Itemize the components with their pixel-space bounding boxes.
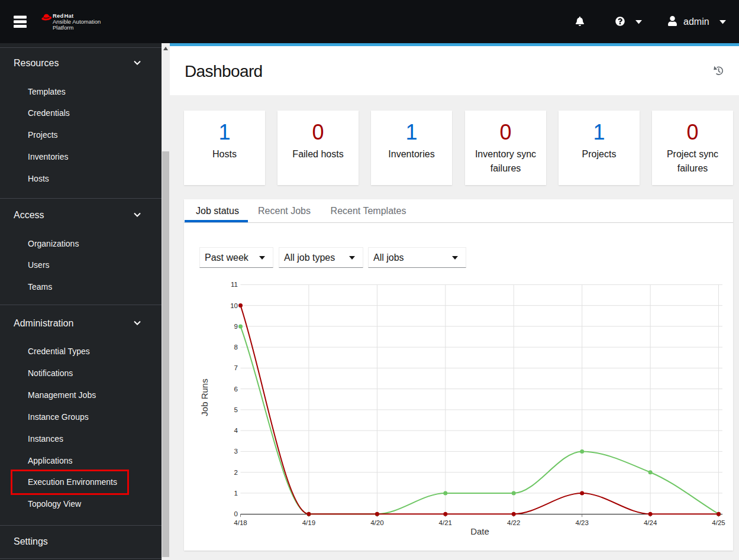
svg-text:10: 10	[230, 302, 238, 309]
svg-text:11: 11	[231, 281, 238, 288]
svg-text:4/21: 4/21	[439, 519, 452, 526]
svg-text:4: 4	[234, 427, 238, 434]
svg-text:1: 1	[234, 490, 238, 497]
svg-text:7: 7	[234, 364, 238, 371]
svg-text:4/19: 4/19	[302, 519, 315, 526]
svg-text:6: 6	[234, 386, 238, 393]
svg-text:2: 2	[234, 469, 238, 476]
svg-text:4/25: 4/25	[712, 519, 725, 526]
svg-text:4/22: 4/22	[507, 519, 520, 526]
svg-text:Date: Date	[470, 526, 489, 536]
svg-text:3: 3	[234, 448, 238, 455]
svg-text:8: 8	[234, 344, 238, 351]
svg-text:4/18: 4/18	[234, 519, 247, 526]
svg-text:0: 0	[234, 510, 238, 517]
svg-text:4/23: 4/23	[576, 519, 589, 526]
svg-text:4/20: 4/20	[370, 519, 383, 526]
svg-text:Job Runs: Job Runs	[199, 378, 209, 416]
svg-text:5: 5	[234, 406, 238, 413]
svg-text:9: 9	[234, 323, 238, 330]
svg-text:4/24: 4/24	[644, 519, 657, 526]
